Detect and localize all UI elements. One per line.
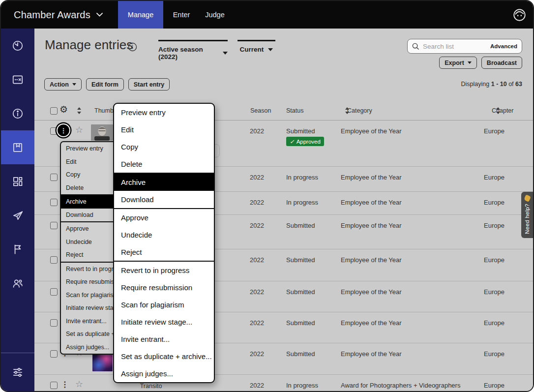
pagination-status: Displaying 1 - 10 of 63 [461, 81, 522, 88]
advanced-search-link[interactable]: Advanced [490, 43, 517, 49]
need-help-tab[interactable]: Need help? [521, 192, 533, 238]
cell-category: Employee of the Year [341, 127, 402, 135]
menu-item-download[interactable]: Download [114, 191, 214, 208]
check-icon: ✓ [290, 138, 295, 145]
menu-item-assign-judges[interactable]: Assign judges... [114, 365, 214, 382]
sidebar-item-send[interactable] [1, 198, 34, 232]
waving-hand-icon [524, 194, 531, 202]
sort-icon[interactable] [77, 107, 82, 114]
cell-season: 2022 [250, 382, 264, 389]
sidebar-item-time[interactable] [1, 29, 34, 62]
sidebar-item-info[interactable] [1, 96, 34, 130]
info-circle-icon [11, 107, 24, 120]
menu-item-revert-to-in-progress[interactable]: Revert to in progress [114, 262, 214, 279]
star-icon[interactable]: ☆ [75, 380, 83, 389]
cell-entrant-name: Transito [117, 383, 185, 390]
settings-sliders-icon [11, 366, 24, 379]
row-menu-button[interactable]: ⋮ [58, 124, 69, 136]
menu-item-invite-entrant[interactable]: Invite entrant... [114, 331, 214, 348]
entry-thumbnail[interactable] [91, 124, 113, 141]
row-checkbox[interactable] [50, 382, 58, 389]
menu-item-copy[interactable]: Copy [114, 138, 214, 155]
column-category: Category [347, 107, 372, 114]
sidebar-item-flag[interactable] [1, 232, 34, 266]
cell-chapter: Europe [484, 319, 504, 327]
export-button[interactable]: Export [439, 57, 477, 69]
tab-enter[interactable]: Enter [167, 1, 196, 29]
cell-status: Submitted [286, 256, 315, 264]
row-checkbox[interactable] [50, 350, 58, 358]
season-filter-select[interactable]: Active season (2022) [158, 40, 228, 60]
page-info-icon[interactable] [128, 42, 137, 52]
row-checkbox[interactable] [50, 127, 58, 135]
page-title: Manage entries [45, 37, 133, 53]
cell-chapter: Europe [484, 382, 504, 389]
sidebar-item-dashboard[interactable] [1, 164, 34, 198]
search-input[interactable] [423, 43, 487, 50]
row-checkbox[interactable] [50, 256, 58, 264]
menu-item-edit[interactable]: Edit [114, 121, 214, 138]
tab-manage[interactable]: Manage [118, 1, 163, 29]
send-icon [11, 209, 24, 222]
row-checkbox[interactable] [50, 288, 58, 296]
dashboard-icon [11, 175, 24, 188]
broadcast-button[interactable]: Broadcast [481, 57, 522, 69]
cell-status: Submitted [286, 127, 315, 135]
cell-chapter: Europe [484, 127, 504, 135]
menu-item-undecide[interactable]: Undecide [114, 226, 214, 243]
cell-season: 2022 [250, 256, 264, 264]
start-entry-button[interactable]: Start entry [128, 78, 170, 90]
menu-item-archive[interactable]: Archive [114, 174, 214, 191]
row-checkbox[interactable] [50, 319, 58, 327]
entry-thumbnail[interactable] [92, 353, 113, 371]
flag-icon [11, 243, 24, 256]
sidebar-item-settings[interactable] [1, 353, 34, 391]
table-row: ⋮ ☆ Transito 2022 In progress Award for … [34, 375, 533, 391]
tab-judge[interactable]: Judge [201, 1, 229, 29]
cell-category: Employee of the Year [341, 174, 402, 181]
sidebar-item-people[interactable] [1, 266, 34, 300]
caret-down-icon [223, 52, 228, 55]
sidebar-item-map[interactable] [1, 62, 34, 96]
edit-form-button[interactable]: Edit form [86, 78, 124, 90]
cell-chapter: Europe [484, 222, 504, 229]
caret-down-icon [468, 61, 472, 64]
row-checkbox[interactable] [50, 222, 58, 229]
map-icon [11, 73, 24, 86]
cell-category: Employee of the Year [341, 350, 402, 358]
row-checkbox[interactable] [50, 174, 58, 181]
cell-chapter: Europe [484, 199, 504, 206]
menu-item-approve[interactable]: Approve [114, 209, 214, 226]
account-icon[interactable] [513, 8, 526, 22]
menu-item-reject[interactable]: Reject [114, 243, 214, 261]
app-switcher[interactable]: Chamber Awards [14, 1, 103, 29]
view-filter-select[interactable]: Current [237, 40, 275, 53]
sidebar-item-entries[interactable] [1, 130, 34, 164]
caret-down-icon [72, 83, 76, 86]
menu-item-require-resubmission[interactable]: Require resubmission [114, 279, 214, 296]
need-help-label: Need help? [524, 204, 530, 234]
column-thumbnail: Thumbnail [94, 107, 114, 114]
menu-item-delete[interactable]: Delete [114, 155, 214, 173]
row-menu-button[interactable]: ⋮ [61, 381, 69, 389]
gear-icon[interactable]: ⚙ [59, 105, 68, 114]
cell-status: In progress [286, 382, 318, 389]
table-header: ⚙ Thumbnail Season Status Category Chapt… [34, 101, 533, 121]
menu-item-initiate-review-stage[interactable]: Initiate review stage... [114, 313, 214, 331]
cell-season: 2022 [250, 288, 264, 296]
row-checkbox[interactable] [50, 199, 58, 206]
cell-season: 2022 [250, 127, 264, 135]
select-all-checkbox[interactable] [50, 107, 58, 115]
time-icon [11, 39, 24, 52]
menu-item-preview-entry[interactable]: Preview entry [114, 104, 214, 121]
menu-item-set-as-duplicate-archive[interactable]: Set as duplicate + archive... [114, 348, 214, 365]
status-badge: ✓Approved [286, 137, 324, 146]
cell-status: Submitted [286, 288, 315, 296]
menu-item-scan-for-plagiarism[interactable]: Scan for plagiarism [114, 296, 214, 313]
star-icon[interactable]: ☆ [75, 125, 83, 134]
action-button[interactable]: Action [44, 78, 82, 90]
cell-status: Submitted [286, 319, 315, 327]
cell-status: In progress [286, 174, 318, 181]
cell-chapter: Europe [484, 256, 504, 264]
column-status: Status [286, 107, 303, 114]
